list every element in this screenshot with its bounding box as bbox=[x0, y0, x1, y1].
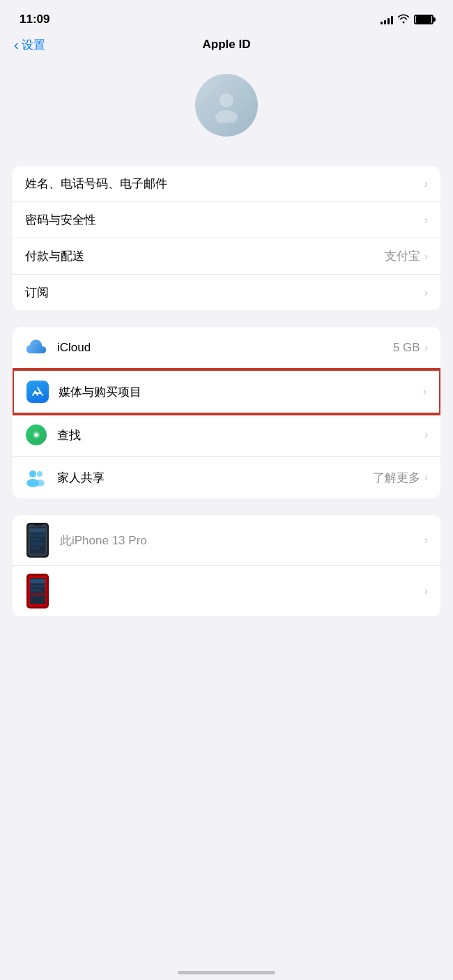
svg-rect-14 bbox=[30, 528, 45, 533]
wifi-icon bbox=[397, 14, 410, 26]
chevron-right-icon: › bbox=[424, 178, 428, 190]
row-subscription-label: 订阅 bbox=[25, 284, 420, 300]
chevron-right-icon: › bbox=[424, 250, 428, 263]
row-password-security-label: 密码与安全性 bbox=[25, 212, 420, 228]
signal-icon bbox=[381, 15, 393, 24]
row-payment-delivery-label: 付款与配送 bbox=[25, 248, 385, 264]
home-indicator bbox=[0, 960, 453, 980]
svg-point-3 bbox=[35, 434, 38, 437]
family-icon bbox=[25, 466, 47, 489]
home-bar bbox=[178, 971, 275, 974]
settings-group-account: 姓名、电话号码、电子邮件 › 密码与安全性 › 付款与配送 支付宝 › 订阅 › bbox=[13, 166, 440, 310]
row-family-sharing-value: 了解更多 bbox=[373, 470, 420, 486]
row-icloud-label: iCloud bbox=[57, 341, 393, 355]
chevron-right-icon: › bbox=[424, 286, 428, 299]
device-iphone-red-icon bbox=[25, 573, 50, 609]
find-icon bbox=[25, 424, 47, 446]
settings-group-services: iCloud 5 GB › 媒体与购买项目 › 查找 › bbox=[13, 327, 440, 498]
chevron-right-icon: › bbox=[424, 342, 428, 354]
row-find-label: 查找 bbox=[57, 427, 420, 443]
nav-bar: ‹ 设置 Apple ID bbox=[0, 35, 453, 60]
row-subscription[interactable]: 订阅 › bbox=[13, 275, 440, 310]
row-family-sharing-label: 家人共享 bbox=[57, 470, 373, 486]
back-button[interactable]: ‹ 设置 bbox=[14, 37, 45, 53]
row-find[interactable]: 查找 › bbox=[13, 414, 440, 457]
status-icons bbox=[381, 14, 433, 26]
device-iphone13pro[interactable]: 此iPhone 13 Pro › bbox=[13, 515, 440, 566]
avatar-person-icon bbox=[209, 88, 244, 123]
chevron-right-icon: › bbox=[424, 214, 428, 227]
svg-point-7 bbox=[35, 480, 45, 487]
status-time: 11:09 bbox=[20, 13, 49, 26]
avatar-area bbox=[0, 60, 453, 166]
svg-point-5 bbox=[37, 471, 43, 477]
row-payment-delivery[interactable]: 付款与配送 支付宝 › bbox=[13, 238, 440, 275]
avatar bbox=[195, 74, 258, 137]
svg-rect-16 bbox=[30, 538, 41, 541]
svg-rect-24 bbox=[33, 574, 42, 576]
row-media-purchases[interactable]: 媒体与购买项目 › bbox=[13, 369, 440, 414]
svg-point-1 bbox=[215, 110, 238, 123]
battery-icon bbox=[414, 15, 433, 24]
row-password-security[interactable]: 密码与安全性 › bbox=[13, 202, 440, 238]
chevron-right-icon: › bbox=[424, 585, 428, 597]
svg-rect-17 bbox=[30, 542, 44, 545]
device-iphone-red[interactable]: › bbox=[13, 566, 440, 616]
status-bar: 11:09 bbox=[0, 0, 453, 35]
svg-rect-26 bbox=[30, 585, 45, 588]
appstore-icon bbox=[26, 381, 49, 403]
svg-rect-13 bbox=[33, 523, 42, 526]
back-label: 设置 bbox=[22, 37, 45, 53]
svg-point-0 bbox=[220, 93, 233, 107]
settings-group-devices: 此iPhone 13 Pro › › bbox=[13, 515, 440, 616]
chevron-right-icon: › bbox=[423, 385, 427, 398]
device-iphone13pro-label: 此iPhone 13 Pro bbox=[60, 533, 424, 549]
chevron-right-icon: › bbox=[424, 429, 428, 441]
back-chevron-icon: ‹ bbox=[14, 38, 19, 52]
row-icloud-value: 5 GB bbox=[393, 341, 420, 355]
svg-rect-18 bbox=[30, 546, 40, 549]
nav-title: Apple ID bbox=[203, 38, 251, 52]
svg-rect-15 bbox=[30, 534, 45, 537]
svg-point-4 bbox=[29, 470, 36, 477]
row-name-phone-email-label: 姓名、电话号码、电子邮件 bbox=[25, 176, 420, 192]
svg-rect-25 bbox=[30, 579, 45, 583]
chevron-right-icon: › bbox=[424, 534, 428, 546]
device-iphone13pro-icon bbox=[25, 522, 50, 558]
svg-rect-27 bbox=[30, 589, 41, 592]
row-media-purchases-label: 媒体与购买项目 bbox=[59, 384, 419, 400]
chevron-right-icon: › bbox=[424, 471, 428, 484]
icloud-icon bbox=[25, 337, 47, 359]
row-family-sharing[interactable]: 家人共享 了解更多 › bbox=[13, 457, 440, 498]
row-name-phone-email[interactable]: 姓名、电话号码、电子邮件 › bbox=[13, 166, 440, 202]
row-icloud[interactable]: iCloud 5 GB › bbox=[13, 327, 440, 369]
row-payment-delivery-value: 支付宝 bbox=[385, 248, 420, 264]
svg-rect-28 bbox=[30, 593, 44, 596]
